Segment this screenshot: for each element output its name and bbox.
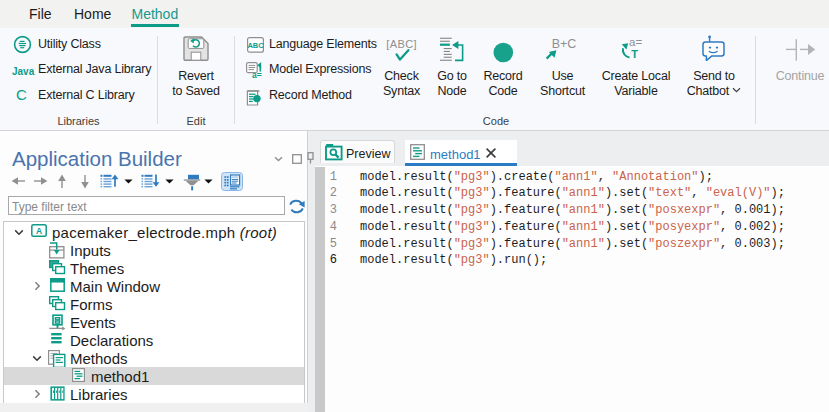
svg-text:T: T <box>631 48 638 60</box>
svg-text:B+C: B+C <box>552 37 577 51</box>
svg-text:A: A <box>36 226 42 236</box>
svg-text:ABC: ABC <box>247 41 264 50</box>
svg-text:a=: a= <box>252 70 262 78</box>
svg-text:a=: a= <box>629 36 642 48</box>
svg-text:[ABC]: [ABC] <box>386 38 417 50</box>
